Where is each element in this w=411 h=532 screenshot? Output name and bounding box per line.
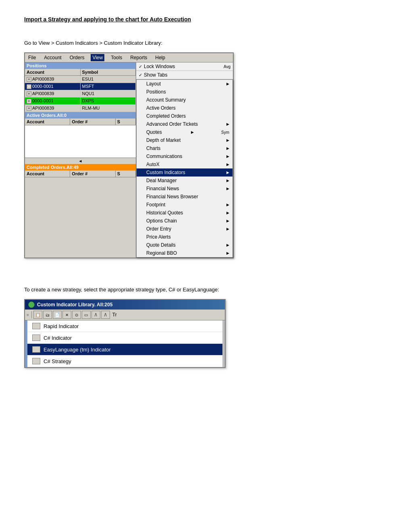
- toolbar-btn-copy[interactable]: 📋: [33, 311, 42, 319]
- dropdown-regional-bbo[interactable]: Regional BBO ▶: [137, 249, 232, 257]
- cil-title: Custom Indicator Library. All:205: [37, 302, 112, 308]
- toolbar-btn-paste[interactable]: 📄: [53, 311, 62, 319]
- cil-csharp-label: C# Indicator: [44, 335, 72, 341]
- app-content: Positions Account Symbol +API000839 ESU1…: [25, 62, 233, 258]
- table-row[interactable]: +API000839 NQU1: [25, 90, 136, 98]
- table-row[interactable]: +API000839 ESU1: [25, 76, 136, 83]
- active-orders-table-header: Account Order # S: [25, 118, 136, 125]
- arrow-right-icon: ▶: [191, 130, 194, 134]
- checkmark-icon: ✓: [139, 64, 142, 69]
- right-stripe: [222, 355, 225, 367]
- toolbar-btn-circle[interactable]: ⊙: [72, 311, 81, 319]
- cil-titlebar: Custom Indicator Library. All:205: [25, 300, 225, 310]
- menu-account[interactable]: Account: [42, 54, 63, 61]
- dropdown-positions[interactable]: Positions: [137, 88, 232, 96]
- cil-row-easylanguage[interactable]: EasyLanguage (tm) Indicator: [27, 344, 222, 355]
- completed-orders-table-header: Account Order # S: [25, 170, 136, 177]
- layout-label: Layout: [146, 81, 161, 87]
- table-row[interactable]: +API000839 RLM-MU: [25, 105, 136, 112]
- cil-easylanguage-label: EasyLanguage (tm) Indicator: [44, 347, 111, 353]
- dropdown-options-chain[interactable]: Options Chain ▶: [137, 217, 232, 225]
- dropdown-menu: Layout ▶ Positions Account Summary Activ…: [136, 79, 233, 258]
- dropdown-quote-details[interactable]: Quote Details ▶: [137, 241, 232, 249]
- dropdown-layout[interactable]: Layout ▶: [137, 80, 232, 88]
- right-stripe: [222, 344, 225, 355]
- symbol-cell: NQU1: [81, 90, 136, 97]
- scroll-left-arrow[interactable]: ◄: [25, 158, 136, 164]
- table-row[interactable]: +0000-0001 DXPS: [25, 98, 136, 105]
- completed-orders-header: Completed Orders.All:49: [25, 164, 136, 170]
- dropdown-area: ✓ Lock Windows Avg ✓ Show Tabs Layout ▶ …: [136, 62, 233, 258]
- symbol-cell: MSFT: [81, 83, 136, 90]
- footprint-label: Footprint: [146, 202, 165, 208]
- financial-news-browser-label: Financial News Browser: [146, 194, 198, 200]
- account-cell: +0000-0001: [25, 83, 81, 90]
- autox-label: AutoX: [146, 162, 160, 167]
- toolbar-btn-delete[interactable]: ✕: [62, 311, 71, 319]
- cil-window: Custom Indicator Library. All:205 ≡ 📋 🗂 …: [24, 299, 226, 368]
- cil-row-icon: [32, 346, 40, 353]
- menu-help[interactable]: Help: [154, 54, 167, 61]
- menu-tools[interactable]: Tools: [109, 54, 124, 61]
- arrow-right-icon: ▶: [226, 219, 229, 223]
- dropdown-historical-quotes[interactable]: Historical Quotes ▶: [137, 209, 232, 217]
- dropdown-order-entry[interactable]: Order Entry ▶: [137, 225, 232, 233]
- arrow-right-icon: ▶: [226, 122, 229, 126]
- app-window: File Account Orders View Tools Reports H…: [24, 52, 234, 258]
- cil-row-icon: [32, 335, 40, 341]
- expand-btn[interactable]: +: [27, 106, 31, 111]
- cil-row-icon: [32, 358, 40, 364]
- cil-row-csharp-strategy[interactable]: C# Strategy: [27, 355, 222, 367]
- cil-content: Rapid Indicator C# Indicator EasyLanguag…: [25, 320, 225, 367]
- toolbar-sep1: [31, 311, 32, 318]
- dropdown-completed-orders[interactable]: Completed Orders: [137, 112, 232, 120]
- cil-row-csharp[interactable]: C# Indicator: [27, 332, 222, 344]
- quote-details-label: Quote Details: [146, 242, 176, 248]
- expand-btn[interactable]: +: [27, 91, 31, 96]
- historical-quotes-label: Historical Quotes: [146, 210, 183, 216]
- dropdown-financial-news-browser[interactable]: Financial News Browser: [137, 193, 232, 201]
- dropdown-account-summary[interactable]: Account Summary: [137, 96, 232, 104]
- col-account-header: Account: [25, 118, 70, 125]
- toolbar-btn-page[interactable]: ▭: [82, 311, 91, 319]
- expand-btn[interactable]: +: [27, 77, 31, 82]
- dropdown-communications[interactable]: Communications ▶: [137, 152, 232, 160]
- dropdown-price-alerts[interactable]: Price Alerts: [137, 233, 232, 241]
- menu-reports[interactable]: Reports: [129, 54, 149, 61]
- dropdown-show-tabs[interactable]: ✓ Show Tabs: [136, 71, 233, 79]
- dropdown-custom-indicators[interactable]: Custom Indicators ▶: [137, 168, 232, 177]
- cil-row-rapid[interactable]: Rapid Indicator: [27, 320, 222, 332]
- toolbar-btn-folder[interactable]: 🗂: [43, 311, 52, 319]
- dropdown-depth-of-market[interactable]: Depth of Market ▶: [137, 136, 232, 144]
- dropdown-footprint[interactable]: Footprint ▶: [137, 201, 232, 209]
- dropdown-charts[interactable]: Charts ▶: [137, 144, 232, 152]
- order-entry-label: Order Entry: [146, 226, 171, 232]
- cil-rapid-label: Rapid Indicator: [44, 323, 79, 329]
- dropdown-autox[interactable]: AutoX ▶: [137, 160, 232, 168]
- dropdown-financial-news[interactable]: Financial News ▶: [137, 185, 232, 193]
- table-row[interactable]: +0000-0001 MSFT: [25, 83, 136, 90]
- symbol-cell: DXPS: [81, 98, 136, 104]
- col-order-header: Order #: [70, 118, 115, 125]
- page-title: Import a Strategy and applying to the ch…: [24, 16, 387, 23]
- toolbar-btn-arrow2[interactable]: /\: [101, 311, 110, 319]
- menu-view[interactable]: View: [91, 54, 104, 61]
- dropdown-quotes[interactable]: Quotes ▶ Sym: [137, 128, 232, 136]
- arrow-right-icon: ▶: [226, 82, 229, 86]
- arrow-right-icon: ▶: [226, 154, 229, 158]
- menu-orders[interactable]: Orders: [68, 54, 86, 61]
- cil-row-wrapper-3: EasyLanguage (tm) Indicator: [25, 344, 225, 355]
- dropdown-lock-windows[interactable]: ✓ Lock Windows Avg: [136, 62, 233, 71]
- menu-file[interactable]: File: [27, 54, 37, 61]
- cil-row-icon: [32, 323, 40, 329]
- dropdown-deal-manager[interactable]: Deal Manager ▶: [137, 177, 232, 185]
- dropdown-active-orders[interactable]: Active Orders: [137, 104, 232, 112]
- arrow-right-icon: ▶: [226, 187, 229, 191]
- expand-btn[interactable]: +: [27, 84, 31, 89]
- arrow-right-icon: ▶: [226, 170, 229, 175]
- toolbar-btn-arrow1[interactable]: /\: [91, 311, 100, 319]
- custom-indicators-label: Custom Indicators: [146, 170, 185, 175]
- expand-btn[interactable]: +: [27, 99, 31, 104]
- arrow-right-icon: ▶: [226, 251, 229, 255]
- dropdown-advanced-order-tickets[interactable]: Advanced Order Tickets ▶: [137, 120, 232, 128]
